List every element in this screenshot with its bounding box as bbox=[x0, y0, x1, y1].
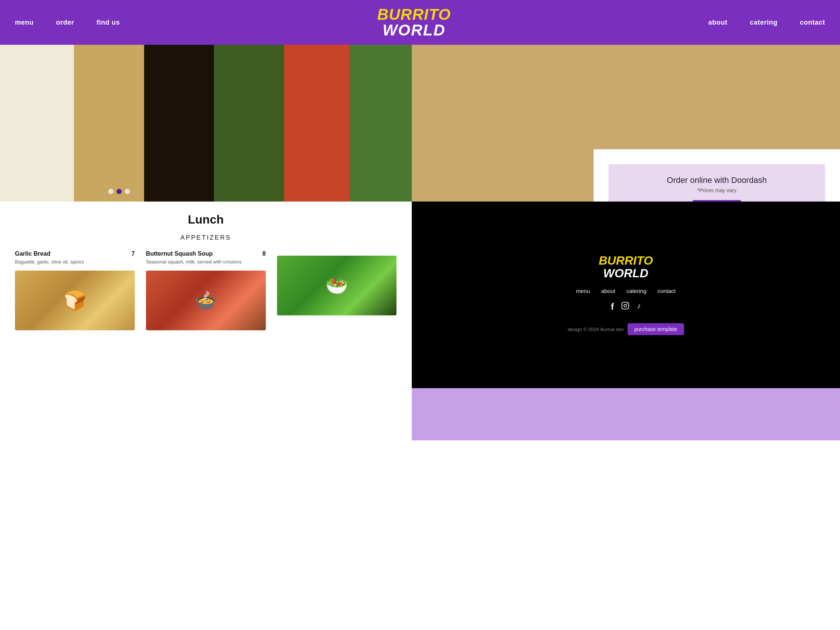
nav-find-us[interactable]: find us bbox=[97, 19, 120, 27]
purchase-template-button[interactable]: purchase template bbox=[628, 323, 684, 335]
menu-items-row: Garlic Bread 7 Baguette, garlic, olive o… bbox=[15, 250, 397, 330]
nav-catering[interactable]: catering bbox=[750, 19, 777, 27]
garlic-bread-name: Garlic Bread bbox=[15, 250, 51, 257]
carousel-dot-1[interactable] bbox=[108, 189, 114, 194]
nav-right: about catering contact bbox=[708, 19, 825, 27]
header: menu order find us BURRITO WORLD about c… bbox=[0, 0, 840, 45]
soup-name: Butternut Squash Soup bbox=[146, 250, 213, 257]
logo-world: WORLD bbox=[377, 22, 451, 38]
carousel-dot-2[interactable] bbox=[117, 189, 122, 194]
salad-image: 🥗 bbox=[277, 256, 397, 315]
beans-stripe bbox=[144, 45, 214, 202]
footer-nav-menu[interactable]: menu bbox=[576, 288, 590, 294]
order-card-subtitle: *Prices may vary bbox=[624, 187, 810, 193]
nav-contact[interactable]: contact bbox=[800, 19, 825, 27]
nav-about[interactable]: about bbox=[708, 19, 728, 27]
hero-order-card: Order online with Doordash *Prices may v… bbox=[594, 149, 840, 202]
social-icons: f ♪ bbox=[611, 302, 641, 312]
order-now-button[interactable]: Order now bbox=[693, 200, 741, 202]
tortilla-stripe bbox=[0, 45, 74, 202]
credit-text: design © 2024 lkumar.dev bbox=[567, 327, 624, 332]
menu-item-soup: Butternut Squash Soup 8 Seasonal squash,… bbox=[146, 250, 266, 330]
instagram-icon[interactable] bbox=[621, 302, 630, 312]
footer-nav-catering[interactable]: catering bbox=[627, 288, 646, 294]
carousel-dots bbox=[108, 189, 130, 194]
menu-item-salad: 🥗 bbox=[277, 250, 397, 330]
logo-burrito: BURRITO bbox=[377, 7, 451, 22]
footer-section: BURRITO WORLD menu about catering contac… bbox=[412, 202, 840, 388]
menu-item-soup-header: Butternut Squash Soup 8 bbox=[146, 250, 266, 257]
nav-left: menu order find us bbox=[15, 19, 120, 27]
menu-item-garlic-bread: Garlic Bread 7 Baguette, garlic, olive o… bbox=[15, 250, 135, 330]
footer-nav: menu about catering contact bbox=[576, 288, 676, 294]
footer-credit: design © 2024 lkumar.dev purchase templa… bbox=[567, 323, 684, 335]
rice-stripe bbox=[74, 45, 144, 202]
facebook-icon[interactable]: f bbox=[611, 302, 614, 312]
section-heading: APPETIZERS bbox=[15, 234, 397, 242]
garlic-bread-price: 7 bbox=[131, 250, 135, 257]
garlic-bread-desc: Baguette, garlic, olive oil, spices bbox=[15, 259, 135, 265]
order-card: Order online with Doordash *Prices may v… bbox=[608, 164, 825, 202]
footer-logo-burrito: BURRITO bbox=[599, 254, 653, 267]
menu-title: Lunch bbox=[15, 213, 397, 227]
svg-point-2 bbox=[627, 303, 628, 304]
guac-stripe bbox=[350, 45, 411, 202]
hero-section: Order online with Doordash *Prices may v… bbox=[0, 45, 840, 202]
order-card-title: Order online with Doordash bbox=[624, 175, 810, 185]
soup-desc: Seasonal squash, milk; served with crout… bbox=[146, 259, 266, 265]
nav-order[interactable]: order bbox=[56, 19, 74, 27]
soup-price: 8 bbox=[262, 250, 266, 257]
footer-nav-about[interactable]: about bbox=[601, 288, 615, 294]
footer-logo-world: WORLD bbox=[603, 267, 649, 280]
logo: BURRITO WORLD bbox=[377, 7, 451, 38]
footer-nav-contact[interactable]: contact bbox=[657, 288, 675, 294]
peppers-stripe bbox=[214, 45, 284, 202]
svg-point-1 bbox=[624, 304, 627, 307]
svg-rect-0 bbox=[622, 302, 629, 309]
salsa-stripe bbox=[284, 45, 350, 202]
menu-section: Lunch APPETIZERS Garlic Bread 7 Baguette… bbox=[0, 202, 412, 388]
hero-food-image bbox=[0, 45, 412, 202]
garlic-bread-image: 🍞 bbox=[15, 271, 135, 330]
soup-image: 🍲 bbox=[146, 271, 266, 330]
carousel-dot-3[interactable] bbox=[125, 189, 130, 194]
bottom-purple-area bbox=[412, 388, 840, 441]
tiktok-icon[interactable]: ♪ bbox=[637, 302, 641, 312]
nav-menu[interactable]: menu bbox=[15, 19, 33, 27]
content-area: Lunch APPETIZERS Garlic Bread 7 Baguette… bbox=[0, 202, 840, 388]
menu-item-garlic-header: Garlic Bread 7 bbox=[15, 250, 135, 257]
